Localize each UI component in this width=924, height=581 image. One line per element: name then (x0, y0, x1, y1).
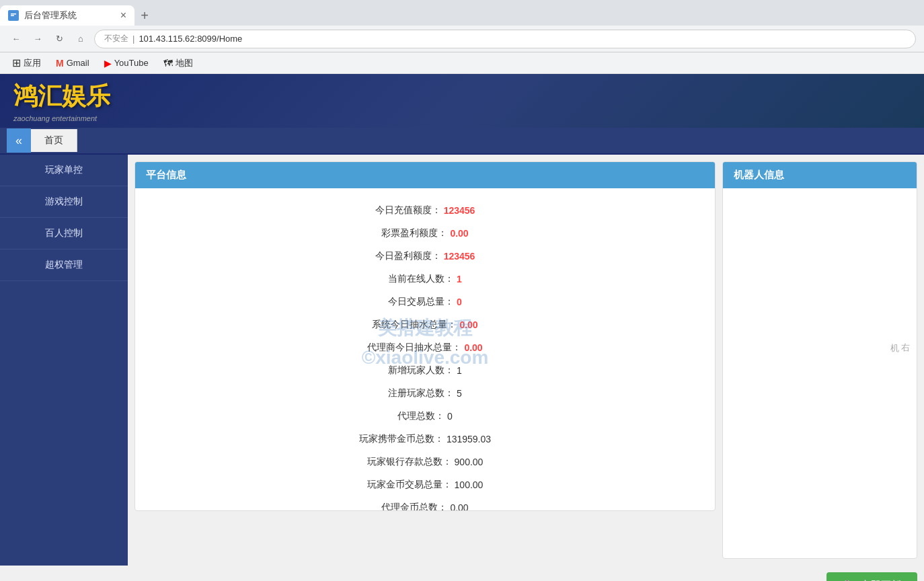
info-row: 代理总数： 0 (146, 405, 704, 428)
tab-icon (8, 10, 19, 21)
info-label: 今日交易总量： (388, 296, 454, 308)
info-value: 0.00 (459, 319, 477, 330)
info-row: 当前在线人数： 1 (146, 268, 704, 290)
sidebar-item-game-control[interactable]: 游戏控制 (0, 186, 128, 218)
bookmark-gmail[interactable]: M Gmail (52, 56, 93, 70)
svg-rect-2 (11, 15, 14, 17)
info-label: 玩家银行存款总数： (367, 456, 452, 468)
info-label: 今日盈利额度： (375, 250, 441, 262)
info-label: 当前在线人数： (388, 273, 454, 285)
info-row: 彩票盈利额度： 0.00 (146, 222, 704, 245)
info-row: 玩家携带金币总数： 131959.03 (146, 428, 704, 451)
update-button-area: 🔍 立即更新 (0, 566, 924, 581)
bookmark-maps[interactable]: 🗺 地图 (159, 56, 197, 71)
info-value: 0 (457, 297, 462, 307)
content-area: 平台信息 美搭建教程 ©xiaolive.com 今日充值额度： 123456 … (128, 155, 924, 566)
robot-panel-header: 机器人信息 (723, 162, 917, 188)
info-table: 今日充值额度： 123456 彩票盈利额度： 0.00 今日盈利额度： 1234… (146, 199, 704, 510)
info-row: 玩家银行存款总数： 900.00 (146, 451, 704, 473)
back-button[interactable]: ← (8, 31, 24, 47)
gmail-icon: M (56, 58, 64, 69)
info-value: 131959.03 (447, 434, 491, 444)
info-value: 100.00 (455, 479, 484, 490)
update-button[interactable]: 🔍 立即更新 (826, 572, 917, 581)
info-value: 5 (457, 388, 462, 399)
info-label: 新增玩家人数： (388, 364, 454, 377)
apps-label: 应用 (24, 57, 41, 69)
new-tab-button[interactable]: + (134, 5, 155, 26)
info-value: 0.00 (464, 342, 482, 353)
home-button[interactable]: ⌂ (73, 31, 89, 47)
info-label: 系统今日抽水总量： (372, 319, 457, 331)
info-row: 代理金币总数： 0.00 (146, 496, 704, 510)
info-value: 1 (457, 365, 462, 376)
platform-panel-header: 平台信息 (135, 162, 715, 188)
info-label: 今日充值额度： (375, 204, 441, 217)
app-header: 鸿汇娱乐 zaochuang entertainment (0, 74, 924, 128)
sidebar-item-hundred-control[interactable]: 百人控制 (0, 218, 128, 249)
url-text: 101.43.115.62:8099/Home (139, 34, 242, 44)
info-label: 彩票盈利额度： (381, 227, 447, 239)
bookmark-apps[interactable]: ⊞ 应用 (8, 55, 45, 71)
apps-icon: ⊞ (12, 56, 21, 69)
bookmark-youtube[interactable]: ▶ YouTube (100, 56, 153, 70)
info-value: 123456 (444, 251, 475, 262)
youtube-label: YouTube (114, 58, 149, 68)
info-row: 今日盈利额度： 123456 (146, 245, 704, 268)
youtube-icon: ▶ (104, 58, 112, 69)
gmail-label: Gmail (67, 58, 89, 68)
forward-button[interactable]: → (30, 31, 46, 47)
info-value: 123456 (444, 205, 475, 216)
info-row: 新增玩家人数： 1 (146, 359, 704, 382)
info-row: 今日充值额度： 123456 (146, 199, 704, 222)
url-input[interactable]: 不安全 | 101.43.115.62:8099/Home (94, 30, 916, 48)
info-label: 代理总数： (397, 410, 445, 422)
robot-panel-body: 右 机 (723, 188, 917, 558)
info-row: 玩家金币交易总量： 100.00 (146, 473, 704, 496)
robot-panel: 机器人信息 右 机 (722, 161, 917, 559)
sidebar-toggle-button[interactable]: « (7, 128, 31, 153)
info-label: 代理商今日抽水总量： (367, 342, 461, 354)
toolbar: « 首页 (0, 128, 924, 155)
info-label: 玩家金币交易总量： (367, 479, 452, 491)
info-value: 0 (447, 411, 453, 422)
info-value: 1 (457, 274, 462, 284)
bookmarks-bar: ⊞ 应用 M Gmail ▶ YouTube 🗺 地图 (0, 52, 924, 74)
svg-rect-1 (11, 13, 16, 15)
maps-icon: 🗺 (163, 58, 173, 69)
info-value: 900.00 (455, 457, 484, 467)
home-tab[interactable]: 首页 (31, 129, 77, 152)
info-row: 注册玩家总数： 5 (146, 382, 704, 405)
info-row: 代理商今日抽水总量： 0.00 (146, 336, 704, 359)
logo-sub: zaochuang entertainment (13, 114, 110, 122)
info-label: 代理金币总数： (381, 502, 447, 510)
refresh-button[interactable]: ↻ (51, 31, 67, 47)
info-label: 玩家携带金币总数： (359, 433, 444, 445)
logo-main: 鸿汇娱乐 (13, 80, 110, 113)
maps-label: 地图 (176, 57, 193, 69)
platform-panel-body: 美搭建教程 ©xiaolive.com 今日充值额度： 123456 彩票盈利额… (135, 188, 715, 510)
info-label: 注册玩家总数： (388, 387, 454, 399)
info-value: 0.00 (450, 502, 468, 510)
info-row: 今日交易总量： 0 (146, 290, 704, 313)
logo-area: 鸿汇娱乐 zaochuang entertainment (13, 80, 110, 122)
sidebar-item-player-control[interactable]: 玩家单控 (0, 155, 128, 186)
tab-close-button[interactable]: × (120, 9, 126, 22)
sidebar-item-super-admin[interactable]: 超权管理 (0, 249, 128, 281)
tab-title: 后台管理系统 (24, 9, 115, 22)
info-value: 0.00 (450, 228, 468, 239)
app-main: 玩家单控 游戏控制 百人控制 超权管理 平台信息 美搭建教程 ©xiaolive… (0, 155, 924, 566)
active-tab[interactable]: 后台管理系统 × (0, 5, 134, 26)
platform-panel: 平台信息 美搭建教程 ©xiaolive.com 今日充值额度： 123456 … (134, 161, 716, 511)
info-row: 系统今日抽水总量： 0.00 (146, 313, 704, 336)
address-bar: ← → ↻ ⌂ 不安全 | 101.43.115.62:8099/Home (0, 26, 924, 52)
insecure-label: 不安全 (104, 33, 128, 44)
sidebar: 玩家单控 游戏控制 百人控制 超权管理 (0, 155, 128, 566)
